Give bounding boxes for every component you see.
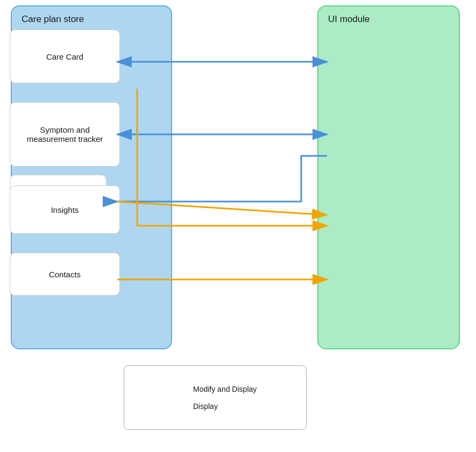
- legend: Modify and Display Display: [124, 365, 307, 430]
- right-panel-title: UI module: [328, 14, 370, 25]
- legend-item-blue: Modify and Display: [137, 385, 293, 393]
- left-panel-title: Care plan store: [22, 14, 84, 25]
- contacts-right-box: Contacts: [10, 253, 120, 296]
- care-card-box: Care Card: [10, 30, 120, 83]
- legend-orange-label: Display: [193, 402, 218, 411]
- legend-blue-label: Modify and Display: [193, 385, 257, 393]
- insights-box: Insights: [10, 185, 120, 234]
- right-panel: UI module: [317, 5, 460, 349]
- symptom-tracker-box: Symptom and measurement tracker: [10, 102, 120, 167]
- diagram-container: Care plan store UI module Intervention a…: [0, 0, 476, 452]
- legend-item-orange: Display: [137, 402, 293, 411]
